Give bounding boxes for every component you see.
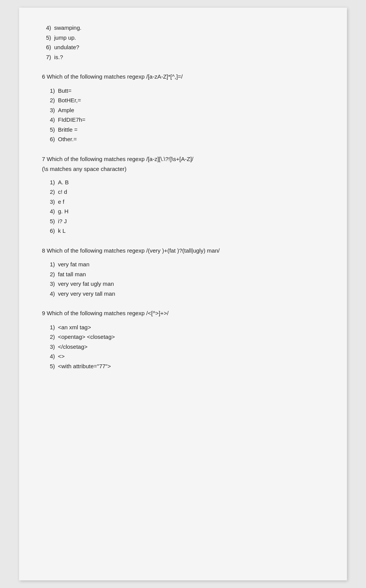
item-text: Butt= xyxy=(58,86,71,96)
item-number: 7) xyxy=(42,52,51,62)
intro-item: 5)jump up. xyxy=(42,33,328,43)
list-item: 3)</closetag> xyxy=(46,342,328,352)
list-item: 5)<with attribute="77"> xyxy=(46,361,328,371)
item-text: A. B xyxy=(58,177,69,187)
intro-list: 4)swamping.5)jump up.6)undulate?7)is.? xyxy=(42,23,328,62)
item-text: Other.= xyxy=(58,134,77,144)
list-item: 6)k L xyxy=(46,226,328,236)
item-number: 1) xyxy=(46,322,55,332)
intro-item: 7)is.? xyxy=(42,52,328,62)
header-q7: 7 Which of the following matches regexp … xyxy=(42,155,328,164)
item-number: 4) xyxy=(42,23,51,33)
item-text: Brittle = xyxy=(58,125,77,135)
header-q6: 6 Which of the following matches regexp … xyxy=(42,72,328,81)
item-text: Ample xyxy=(58,105,74,115)
list-item: 4)very very very tall man xyxy=(46,289,328,299)
section-q7: 7 Which of the following matches regexp … xyxy=(42,155,328,236)
item-text: swamping. xyxy=(54,23,82,33)
intro-item: 6)undulate? xyxy=(42,42,328,52)
item-number: 3) xyxy=(46,342,55,352)
list-q6: 1)Butt=2)BotHEr,=3)Ample4)FIdDIE7h=5)Bri… xyxy=(42,86,328,144)
item-number: 4) xyxy=(46,206,55,216)
item-text: e f xyxy=(58,197,64,207)
item-number: 1) xyxy=(46,86,55,96)
item-text: very very fat ugly man xyxy=(58,279,114,289)
item-number: 3) xyxy=(46,279,55,289)
page: 4)swamping.5)jump up.6)undulate?7)is.? 6… xyxy=(19,8,347,580)
list-q9: 1)<an xml tag>2)<opentag> <closetag>3)</… xyxy=(42,322,328,371)
item-number: 6) xyxy=(46,134,55,144)
list-item: 1)Butt= xyxy=(46,86,328,96)
list-item: 2)c! d xyxy=(46,187,328,197)
item-number: 4) xyxy=(46,115,55,125)
item-text: k L xyxy=(58,226,66,236)
item-text: fat tall man xyxy=(58,269,86,279)
list-item: 4)<> xyxy=(46,351,328,361)
item-number: 5) xyxy=(46,125,55,135)
item-text: </closetag> xyxy=(58,342,88,352)
list-item: 1)very fat man xyxy=(46,259,328,269)
item-text: i? J xyxy=(58,216,67,226)
item-number: 5) xyxy=(46,216,55,226)
list-item: 3)e f xyxy=(46,197,328,207)
item-number: 6) xyxy=(46,226,55,236)
item-number: 2) xyxy=(46,332,55,342)
list-item: 5)i? J xyxy=(46,216,328,226)
list-item: 2)<opentag> <closetag> xyxy=(46,332,328,342)
section-q6: 6 Which of the following matches regexp … xyxy=(42,72,328,144)
list-item: 6)Other.= xyxy=(46,134,328,144)
header-q9: 9 Which of the following matches regexp … xyxy=(42,309,328,318)
item-text: FIdDIE7h= xyxy=(58,115,85,125)
item-number: 4) xyxy=(46,289,55,299)
item-text: <> xyxy=(58,351,65,361)
section-q8: 8 Which of the following matches regexp … xyxy=(42,246,328,299)
item-text: <with attribute="77"> xyxy=(58,361,111,371)
section-q9: 9 Which of the following matches regexp … xyxy=(42,309,328,371)
item-number: 5) xyxy=(42,33,51,43)
list-item: 4)g. H xyxy=(46,206,328,216)
list-item: 5)Brittle = xyxy=(46,125,328,135)
intro-section: 4)swamping.5)jump up.6)undulate?7)is.? xyxy=(42,23,328,62)
item-number: 1) xyxy=(46,177,55,187)
list-item: 2)BotHEr,= xyxy=(46,95,328,105)
item-number: 6) xyxy=(42,42,51,52)
list-q7: 1)A. B2)c! d3)e f4)g. H5)i? J6)k L xyxy=(42,177,328,236)
item-text: undulate? xyxy=(54,42,79,52)
item-number: 4) xyxy=(46,351,55,361)
list-item: 1)<an xml tag> xyxy=(46,322,328,332)
list-q8: 1)very fat man2)fat tall man3)very very … xyxy=(42,259,328,298)
list-item: 4)FIdDIE7h= xyxy=(46,115,328,125)
questions-container: 6 Which of the following matches regexp … xyxy=(42,72,328,371)
item-text: is.? xyxy=(54,52,63,62)
list-item: 3)Ample xyxy=(46,105,328,115)
list-item: 1)A. B xyxy=(46,177,328,187)
item-text: very fat man xyxy=(58,259,90,269)
item-number: 2) xyxy=(46,95,55,105)
item-text: c! d xyxy=(58,187,67,197)
item-number: 5) xyxy=(46,361,55,371)
item-number: 2) xyxy=(46,269,55,279)
item-text: g. H xyxy=(58,206,69,216)
item-number: 1) xyxy=(46,259,55,269)
list-item: 3)very very fat ugly man xyxy=(46,279,328,289)
header-q8: 8 Which of the following matches regexp … xyxy=(42,246,328,255)
intro-item: 4)swamping. xyxy=(42,23,328,33)
item-text: very very very tall man xyxy=(58,289,115,299)
item-text: BotHEr,= xyxy=(58,95,81,105)
item-text: <opentag> <closetag> xyxy=(58,332,115,342)
item-number: 3) xyxy=(46,105,55,115)
item-number: 2) xyxy=(46,187,55,197)
item-text: jump up. xyxy=(54,33,76,43)
item-text: <an xml tag> xyxy=(58,322,91,332)
item-number: 3) xyxy=(46,197,55,207)
subheader-q7: (\s matches any space character) xyxy=(42,165,328,174)
list-item: 2)fat tall man xyxy=(46,269,328,279)
